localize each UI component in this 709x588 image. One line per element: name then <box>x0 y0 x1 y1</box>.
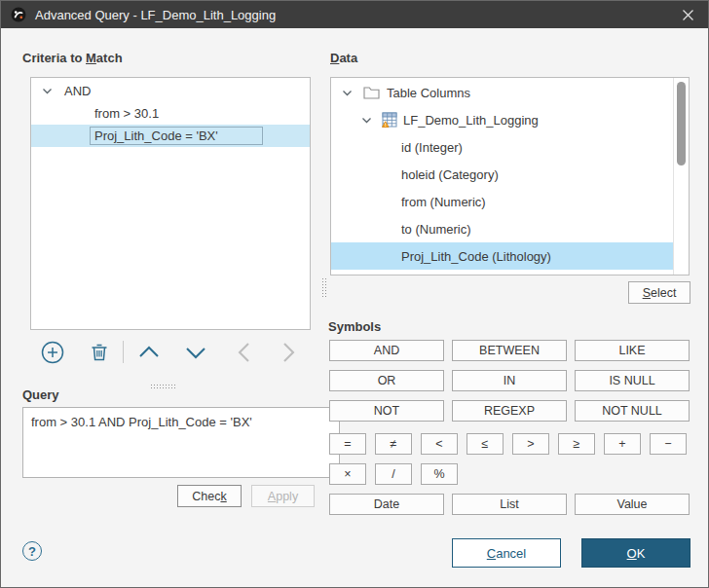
tree-node-column-selected[interactable]: Proj_Lith_Code (Lithology) <box>331 242 674 270</box>
horizontal-splitter-handle[interactable] <box>150 384 177 390</box>
select-button[interactable]: Select <box>628 281 690 304</box>
date-button[interactable]: Date <box>329 494 444 515</box>
tree-node-table[interactable]: LF_Demo_Lith_Logging <box>331 106 674 133</box>
symbol-in-button[interactable]: IN <box>452 370 567 391</box>
cancel-button[interactable]: Cancel <box>452 538 561 568</box>
vertical-scrollbar[interactable] <box>673 78 689 275</box>
move-up-button[interactable] <box>136 340 162 365</box>
move-down-button[interactable] <box>183 340 208 365</box>
operator-divide-button[interactable]: / <box>375 463 412 485</box>
delete-criteria-button[interactable] <box>87 340 112 365</box>
window-title: Advanced Query - LF_Demo_Lith_Logging <box>35 8 276 22</box>
symbol-and-button[interactable]: AND <box>329 340 444 361</box>
folder-icon <box>363 86 380 99</box>
move-left-button-disabled[interactable] <box>232 340 257 365</box>
list-button[interactable]: List <box>452 494 567 515</box>
tree-node-column[interactable]: id (Integer) <box>331 133 674 161</box>
tree-node-column[interactable]: from (Numeric) <box>331 188 674 215</box>
vertical-splitter-handle[interactable] <box>321 277 327 299</box>
tree-node-column[interactable]: holeid (Category) <box>331 161 674 188</box>
trash-icon <box>87 340 112 365</box>
chevron-down-icon[interactable] <box>341 87 354 99</box>
operator-equals-button[interactable]: = <box>329 433 366 455</box>
ok-button[interactable]: OK <box>581 538 690 568</box>
operator-greaterthan-button[interactable]: > <box>512 433 549 455</box>
symbol-isnull-button[interactable]: IS NULL <box>575 370 690 391</box>
move-right-button-disabled[interactable] <box>276 340 301 365</box>
criteria-node-and[interactable]: AND <box>31 80 310 102</box>
operator-modulo-button[interactable]: % <box>421 463 458 485</box>
add-icon <box>40 340 65 365</box>
operator-notequal-button[interactable]: ≠ <box>375 433 412 455</box>
symbol-not-button[interactable]: NOT <box>329 400 444 422</box>
operator-lessequal-button[interactable]: ≤ <box>466 433 504 455</box>
app-logo-icon <box>11 7 26 22</box>
operator-greaterequal-button[interactable]: ≥ <box>558 433 595 455</box>
symbol-notnull-button[interactable]: NOT NULL <box>575 400 690 422</box>
criteria-node-from[interactable]: from > 30.1 <box>31 102 310 125</box>
symbol-regexp-button[interactable]: REGEXP <box>452 400 567 422</box>
symbol-or-button[interactable]: OR <box>329 370 444 391</box>
data-tree[interactable]: Table Columns LF_Demo_Lith_Logging id (I… <box>330 77 690 276</box>
chevron-right-icon <box>276 340 301 365</box>
data-label: Data <box>330 51 357 65</box>
tree-node-column[interactable]: to (Numeric) <box>331 215 674 242</box>
chevron-up-icon <box>136 340 162 365</box>
symbols-label: Symbols <box>328 319 381 334</box>
operator-multiply-button[interactable]: × <box>329 463 366 485</box>
operator-plus-button[interactable]: + <box>604 433 641 455</box>
table-icon <box>382 112 397 128</box>
scrollbar-thumb[interactable] <box>677 82 686 165</box>
chevron-down-icon[interactable] <box>360 114 373 127</box>
criteria-tree[interactable]: AND from > 30.1 Proj_Lith_Code = 'BX' <box>30 77 311 330</box>
chevron-down-icon[interactable] <box>41 85 54 97</box>
title-bar: Advanced Query - LF_Demo_Lith_Logging <box>1 1 708 28</box>
criteria-node-selected[interactable]: Proj_Lith_Code = 'BX' <box>31 125 310 147</box>
help-icon: ? <box>28 544 36 559</box>
toolbar-separator <box>123 341 124 363</box>
advanced-query-dialog: Advanced Query - LF_Demo_Lith_Logging Cr… <box>0 0 709 588</box>
symbol-like-button[interactable]: LIKE <box>575 340 690 361</box>
tree-node-table-columns[interactable]: Table Columns <box>331 79 674 106</box>
criteria-label: Criteria to Match <box>22 51 123 65</box>
query-label: Query <box>22 387 59 402</box>
operator-minus-button[interactable]: − <box>650 433 687 455</box>
apply-button-disabled[interactable]: Apply <box>251 485 315 507</box>
help-button[interactable]: ? <box>22 541 42 561</box>
value-button[interactable]: Value <box>575 494 690 515</box>
chevron-left-icon <box>232 340 257 365</box>
add-criteria-button[interactable] <box>40 340 65 365</box>
query-text-area[interactable]: from > 30.1 AND Proj_Lith_Code = 'BX' <box>22 407 340 478</box>
symbol-between-button[interactable]: BETWEEN <box>452 340 567 361</box>
operator-lessthan-button[interactable]: < <box>421 433 458 455</box>
chevron-down-icon <box>183 340 208 365</box>
close-button[interactable] <box>671 1 704 28</box>
check-button[interactable]: Check <box>177 485 242 507</box>
